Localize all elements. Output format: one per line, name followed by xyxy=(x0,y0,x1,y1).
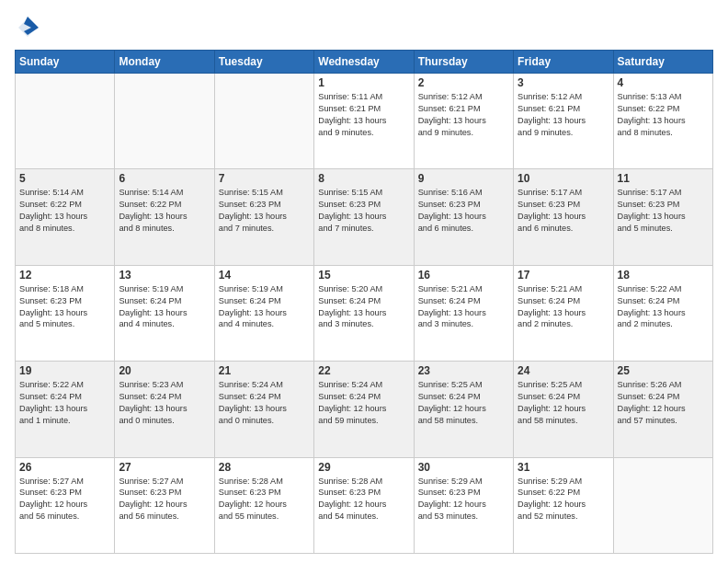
day-number: 19 xyxy=(19,364,110,377)
calendar-cell xyxy=(115,74,214,169)
calendar-week-4: 19Sunrise: 5:22 AM Sunset: 6:24 PM Dayli… xyxy=(16,362,713,457)
day-info: Sunrise: 5:25 AM Sunset: 6:24 PM Dayligh… xyxy=(518,379,609,427)
day-info: Sunrise: 5:11 AM Sunset: 6:21 PM Dayligh… xyxy=(318,91,409,139)
day-info: Sunrise: 5:12 AM Sunset: 6:21 PM Dayligh… xyxy=(418,91,509,139)
day-number: 24 xyxy=(518,364,609,377)
day-number: 12 xyxy=(19,269,110,282)
calendar-cell: 28Sunrise: 5:28 AM Sunset: 6:23 PM Dayli… xyxy=(214,457,313,553)
calendar-cell: 7Sunrise: 5:15 AM Sunset: 6:23 PM Daylig… xyxy=(214,169,313,265)
calendar-cell: 16Sunrise: 5:21 AM Sunset: 6:24 PM Dayli… xyxy=(414,265,513,361)
calendar-cell: 1Sunrise: 5:11 AM Sunset: 6:21 PM Daylig… xyxy=(314,74,414,169)
calendar-week-2: 5Sunrise: 5:14 AM Sunset: 6:22 PM Daylig… xyxy=(16,169,713,265)
weekday-header-friday: Friday xyxy=(514,51,613,74)
day-info: Sunrise: 5:29 AM Sunset: 6:23 PM Dayligh… xyxy=(418,476,509,523)
day-number: 4 xyxy=(618,76,709,89)
day-number: 28 xyxy=(219,461,310,474)
day-info: Sunrise: 5:28 AM Sunset: 6:23 PM Dayligh… xyxy=(318,476,409,523)
day-number: 26 xyxy=(19,461,110,474)
header-row: SundayMondayTuesdayWednesdayThursdayFrid… xyxy=(16,51,713,74)
calendar-cell: 10Sunrise: 5:17 AM Sunset: 6:23 PM Dayli… xyxy=(514,169,613,265)
calendar-cell: 22Sunrise: 5:24 AM Sunset: 6:24 PM Dayli… xyxy=(314,362,414,457)
day-info: Sunrise: 5:18 AM Sunset: 6:23 PM Dayligh… xyxy=(19,283,110,331)
day-number: 30 xyxy=(418,461,509,474)
day-number: 25 xyxy=(618,364,709,377)
calendar-cell: 19Sunrise: 5:22 AM Sunset: 6:24 PM Dayli… xyxy=(16,362,115,457)
day-number: 2 xyxy=(418,76,509,89)
weekday-header-monday: Monday xyxy=(115,51,214,74)
page: SundayMondayTuesdayWednesdayThursdayFrid… xyxy=(0,0,728,563)
calendar-cell: 23Sunrise: 5:25 AM Sunset: 6:24 PM Dayli… xyxy=(414,362,513,457)
day-info: Sunrise: 5:16 AM Sunset: 6:23 PM Dayligh… xyxy=(418,187,509,235)
day-info: Sunrise: 5:27 AM Sunset: 6:23 PM Dayligh… xyxy=(119,476,210,523)
day-info: Sunrise: 5:17 AM Sunset: 6:23 PM Dayligh… xyxy=(518,187,609,235)
day-number: 6 xyxy=(119,172,210,185)
calendar-cell: 31Sunrise: 5:29 AM Sunset: 6:22 PM Dayli… xyxy=(514,457,613,553)
calendar-cell: 9Sunrise: 5:16 AM Sunset: 6:23 PM Daylig… xyxy=(414,169,513,265)
day-number: 13 xyxy=(119,269,210,282)
day-number: 9 xyxy=(418,172,509,185)
day-number: 18 xyxy=(618,269,709,282)
day-number: 21 xyxy=(219,364,310,377)
calendar-cell: 14Sunrise: 5:19 AM Sunset: 6:24 PM Dayli… xyxy=(214,265,313,361)
calendar-cell: 27Sunrise: 5:27 AM Sunset: 6:23 PM Dayli… xyxy=(115,457,214,553)
calendar-cell: 20Sunrise: 5:23 AM Sunset: 6:24 PM Dayli… xyxy=(115,362,214,457)
weekday-header-saturday: Saturday xyxy=(613,51,712,74)
weekday-header-sunday: Sunday xyxy=(16,51,115,74)
calendar-cell: 4Sunrise: 5:13 AM Sunset: 6:22 PM Daylig… xyxy=(613,74,712,169)
day-number: 29 xyxy=(318,461,409,474)
day-number: 7 xyxy=(219,172,310,185)
calendar-cell: 30Sunrise: 5:29 AM Sunset: 6:23 PM Dayli… xyxy=(414,457,513,553)
day-info: Sunrise: 5:17 AM Sunset: 6:23 PM Dayligh… xyxy=(618,187,709,235)
day-info: Sunrise: 5:29 AM Sunset: 6:22 PM Dayligh… xyxy=(518,476,609,523)
day-number: 23 xyxy=(418,364,509,377)
day-number: 27 xyxy=(119,461,210,474)
calendar-table: SundayMondayTuesdayWednesdayThursdayFrid… xyxy=(15,50,713,554)
day-number: 15 xyxy=(318,269,409,282)
day-number: 10 xyxy=(518,172,609,185)
day-info: Sunrise: 5:23 AM Sunset: 6:24 PM Dayligh… xyxy=(119,379,210,427)
calendar-cell: 11Sunrise: 5:17 AM Sunset: 6:23 PM Dayli… xyxy=(613,169,712,265)
day-number: 20 xyxy=(119,364,210,377)
day-info: Sunrise: 5:13 AM Sunset: 6:22 PM Dayligh… xyxy=(618,91,709,139)
day-info: Sunrise: 5:19 AM Sunset: 6:24 PM Dayligh… xyxy=(119,283,210,331)
calendar-cell: 25Sunrise: 5:26 AM Sunset: 6:24 PM Dayli… xyxy=(613,362,712,457)
calendar-cell: 17Sunrise: 5:21 AM Sunset: 6:24 PM Dayli… xyxy=(514,265,613,361)
calendar-cell: 15Sunrise: 5:20 AM Sunset: 6:24 PM Dayli… xyxy=(314,265,414,361)
calendar-cell xyxy=(16,74,115,169)
day-info: Sunrise: 5:27 AM Sunset: 6:23 PM Dayligh… xyxy=(19,476,110,523)
calendar-cell: 29Sunrise: 5:28 AM Sunset: 6:23 PM Dayli… xyxy=(314,457,414,553)
day-number: 16 xyxy=(418,269,509,282)
weekday-header-wednesday: Wednesday xyxy=(314,51,414,74)
day-info: Sunrise: 5:22 AM Sunset: 6:24 PM Dayligh… xyxy=(618,283,709,331)
day-number: 22 xyxy=(318,364,409,377)
day-info: Sunrise: 5:15 AM Sunset: 6:23 PM Dayligh… xyxy=(219,187,310,235)
calendar-week-3: 12Sunrise: 5:18 AM Sunset: 6:23 PM Dayli… xyxy=(16,265,713,361)
calendar-cell: 6Sunrise: 5:14 AM Sunset: 6:22 PM Daylig… xyxy=(115,169,214,265)
header xyxy=(15,15,713,40)
day-info: Sunrise: 5:21 AM Sunset: 6:24 PM Dayligh… xyxy=(518,283,609,331)
calendar-week-5: 26Sunrise: 5:27 AM Sunset: 6:23 PM Dayli… xyxy=(16,457,713,553)
day-info: Sunrise: 5:19 AM Sunset: 6:24 PM Dayligh… xyxy=(219,283,310,331)
calendar-week-1: 1Sunrise: 5:11 AM Sunset: 6:21 PM Daylig… xyxy=(16,74,713,169)
day-info: Sunrise: 5:15 AM Sunset: 6:23 PM Dayligh… xyxy=(318,187,409,235)
calendar-cell xyxy=(613,457,712,553)
calendar-cell: 26Sunrise: 5:27 AM Sunset: 6:23 PM Dayli… xyxy=(16,457,115,553)
day-number: 3 xyxy=(518,76,609,89)
day-info: Sunrise: 5:24 AM Sunset: 6:24 PM Dayligh… xyxy=(318,379,409,427)
day-info: Sunrise: 5:14 AM Sunset: 6:22 PM Dayligh… xyxy=(119,187,210,235)
day-info: Sunrise: 5:14 AM Sunset: 6:22 PM Dayligh… xyxy=(19,187,110,235)
calendar-cell: 3Sunrise: 5:12 AM Sunset: 6:21 PM Daylig… xyxy=(514,74,613,169)
day-number: 1 xyxy=(318,76,409,89)
day-number: 5 xyxy=(19,172,110,185)
day-info: Sunrise: 5:20 AM Sunset: 6:24 PM Dayligh… xyxy=(318,283,409,331)
calendar-cell: 13Sunrise: 5:19 AM Sunset: 6:24 PM Dayli… xyxy=(115,265,214,361)
day-info: Sunrise: 5:12 AM Sunset: 6:21 PM Dayligh… xyxy=(518,91,609,139)
day-info: Sunrise: 5:25 AM Sunset: 6:24 PM Dayligh… xyxy=(418,379,509,427)
calendar-cell: 5Sunrise: 5:14 AM Sunset: 6:22 PM Daylig… xyxy=(16,169,115,265)
day-number: 31 xyxy=(518,461,609,474)
calendar-cell: 18Sunrise: 5:22 AM Sunset: 6:24 PM Dayli… xyxy=(613,265,712,361)
calendar-cell: 2Sunrise: 5:12 AM Sunset: 6:21 PM Daylig… xyxy=(414,74,513,169)
day-info: Sunrise: 5:24 AM Sunset: 6:24 PM Dayligh… xyxy=(219,379,310,427)
day-info: Sunrise: 5:26 AM Sunset: 6:24 PM Dayligh… xyxy=(618,379,709,427)
logo-icon xyxy=(15,15,40,40)
